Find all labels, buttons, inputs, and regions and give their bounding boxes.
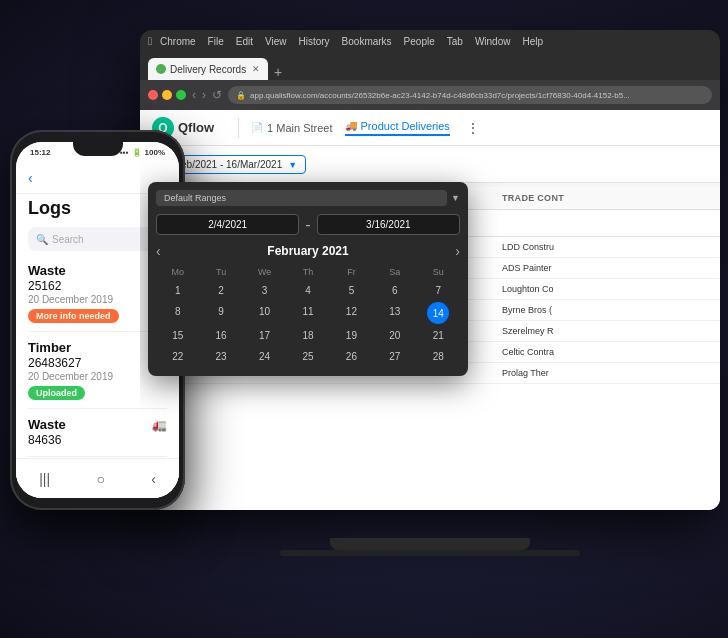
new-tab-button[interactable]: + — [274, 64, 282, 80]
cal-day-23[interactable]: 23 — [199, 347, 242, 366]
mac-topbar:  Chrome File Edit View History Bookmark… — [140, 30, 720, 52]
cal-range-dropdown-icon[interactable]: ▼ — [451, 193, 460, 203]
cal-day-26[interactable]: 26 — [330, 347, 373, 366]
date-filter-area: 14/Feb/2021 - 16/Mar/2021 ▼ Default Rang… — [140, 146, 720, 183]
cal-end-date-input[interactable] — [317, 214, 460, 235]
list-item[interactable]: Timber 📌 26483627 20 December 2019 Uploa… — [28, 332, 167, 409]
nav-address-label: 1 Main Street — [267, 122, 332, 134]
cal-day-10[interactable]: 10 — [243, 302, 286, 324]
phone-home-nav-icon[interactable]: ||| — [39, 471, 50, 487]
item-id: 84636 — [28, 433, 167, 447]
cal-day-24[interactable]: 24 — [243, 347, 286, 366]
address-bar[interactable]: 🔒 app.qualisflow.com/accounts/26532b6e-a… — [228, 86, 712, 104]
cal-day-15[interactable]: 15 — [156, 326, 199, 345]
cal-prev-month-button[interactable]: ‹ — [156, 243, 161, 259]
mac-menu-view[interactable]: View — [265, 36, 287, 47]
maximize-window-button[interactable] — [176, 90, 186, 100]
cal-next-month-button[interactable]: › — [455, 243, 460, 259]
cal-day-8[interactable]: 8 — [156, 302, 199, 324]
mac-menu-history[interactable]: History — [298, 36, 329, 47]
cal-day-9[interactable]: 9 — [199, 302, 242, 324]
tab-close-icon[interactable]: ✕ — [252, 64, 260, 74]
mac-menu-chrome[interactable]: Chrome — [160, 36, 196, 47]
cal-header-we: We — [243, 265, 286, 279]
cal-start-date-input[interactable] — [156, 214, 299, 235]
cal-day-13[interactable]: 13 — [373, 302, 416, 324]
phone-back-button[interactable]: ‹ — [28, 170, 33, 186]
cal-day-1[interactable]: 1 — [156, 281, 199, 300]
tab-favicon — [156, 64, 166, 74]
cal-day-27[interactable]: 27 — [373, 347, 416, 366]
cal-month-year-label: February 2021 — [267, 244, 348, 258]
item-type-icon: 🚛 — [152, 418, 167, 432]
cal-day-18[interactable]: 18 — [286, 326, 329, 345]
item-category: Waste — [28, 417, 66, 432]
more-options-icon[interactable]: ⋮ — [466, 120, 480, 136]
list-item[interactable]: Waste 🚛 25162 20 December 2019 More info… — [28, 255, 167, 332]
mac-menu-help[interactable]: Help — [522, 36, 543, 47]
mac-menu-tab[interactable]: Tab — [447, 36, 463, 47]
minimize-window-button[interactable] — [162, 90, 172, 100]
list-item[interactable]: Waste 🚛 84636 — [28, 409, 167, 457]
nav-item-deliveries[interactable]: 🚚 Product Deliveries — [345, 120, 450, 136]
cal-day-5[interactable]: 5 — [330, 281, 373, 300]
row-trade: Byrne Bros ( — [502, 305, 682, 315]
row-trade: LDD Constru — [502, 242, 682, 252]
mac-menu: Chrome File Edit View History Bookmarks … — [160, 36, 712, 47]
item-category: Timber — [28, 340, 71, 355]
laptop:  Chrome File Edit View History Bookmark… — [140, 30, 720, 550]
item-header: Timber 📌 — [28, 340, 167, 355]
cal-header-row: Default Ranges ▼ — [156, 190, 460, 206]
close-window-button[interactable] — [148, 90, 158, 100]
cal-header-th: Th — [286, 265, 329, 279]
cal-day-2[interactable]: 2 — [199, 281, 242, 300]
phone-time: 15:12 — [30, 148, 50, 157]
mac-menu-edit[interactable]: Edit — [236, 36, 253, 47]
cal-day-12[interactable]: 12 — [330, 302, 373, 324]
item-header: Waste 🚛 — [28, 263, 167, 278]
item-category: Waste — [28, 263, 66, 278]
cal-day-3[interactable]: 3 — [243, 281, 286, 300]
cal-day-6[interactable]: 6 — [373, 281, 416, 300]
document-icon: 📄 — [251, 122, 263, 133]
calendar-popup: Default Ranges ▼ - ‹ February 2021 › — [148, 182, 468, 376]
cal-day-11[interactable]: 11 — [286, 302, 329, 324]
nav-item-address[interactable]: 📄 1 Main Street — [251, 122, 332, 134]
item-id: 26483627 — [28, 356, 167, 370]
phone-back-nav-icon[interactable]: ‹ — [151, 471, 156, 487]
mac-menu-window[interactable]: Window — [475, 36, 511, 47]
cal-day-19[interactable]: 19 — [330, 326, 373, 345]
laptop-base — [280, 550, 580, 556]
browser-tab[interactable]: Delivery Records ✕ — [148, 58, 268, 80]
cal-day-22[interactable]: 22 — [156, 347, 199, 366]
cal-week-2: 8 9 10 11 12 13 14 — [156, 302, 460, 324]
mac-menu-file[interactable]: File — [208, 36, 224, 47]
cal-day-16[interactable]: 16 — [199, 326, 242, 345]
cal-day-14[interactable]: 14 — [427, 302, 449, 324]
mac-menu-bookmarks[interactable]: Bookmarks — [342, 36, 392, 47]
refresh-button[interactable]: ↺ — [212, 88, 222, 102]
phone-search-icon: 🔍 — [36, 234, 48, 245]
back-button[interactable]: ‹ — [192, 88, 196, 102]
cal-date-separator: - — [305, 216, 310, 234]
cal-day-4[interactable]: 4 — [286, 281, 329, 300]
app-content: Q Qflow 📄 1 Main Street 🚚 Product Delive… — [140, 110, 720, 510]
browser-tab-bar: Delivery Records ✕ + — [140, 52, 720, 80]
cal-day-7[interactable]: 7 — [417, 281, 460, 300]
cal-day-21[interactable]: 21 — [417, 326, 460, 345]
app-header: Q Qflow 📄 1 Main Street 🚚 Product Delive… — [140, 110, 720, 146]
cal-day-25[interactable]: 25 — [286, 347, 329, 366]
cal-header-sa: Sa — [373, 265, 416, 279]
forward-button[interactable]: › — [202, 88, 206, 102]
phone-status-right: ▪▪▪ 🔋 100% — [120, 148, 165, 157]
cal-day-20[interactable]: 20 — [373, 326, 416, 345]
phone-home-button[interactable]: ○ — [96, 471, 104, 487]
chevron-down-icon: ▼ — [288, 160, 297, 170]
cal-day-17[interactable]: 17 — [243, 326, 286, 345]
item-status-badge: Uploaded — [28, 386, 85, 400]
mac-menu-people[interactable]: People — [404, 36, 435, 47]
cal-header-tu: Tu — [199, 265, 242, 279]
cal-day-28[interactable]: 28 — [417, 347, 460, 366]
row-trade: Celtic Contra — [502, 347, 682, 357]
phone-search-bar[interactable]: 🔍 Search — [28, 227, 167, 251]
